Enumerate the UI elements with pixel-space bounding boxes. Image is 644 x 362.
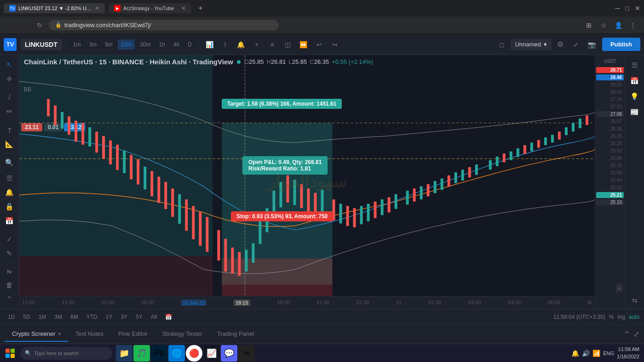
tf-4h[interactable]: 4h	[170, 40, 183, 50]
zoom-tool[interactable]: 🔍	[2, 156, 17, 170]
taskbar-search[interactable]: 🔍 Type here to search	[20, 347, 112, 360]
tf-D[interactable]: D	[184, 40, 195, 50]
chart-type-button[interactable]: 📊	[203, 38, 217, 51]
tab-text-notes[interactable]: Text Notes	[68, 327, 111, 342]
chart-area[interactable]: ChainLink / TetherUS · 15 · BINANCE · He…	[19, 55, 595, 309]
network-icon[interactable]: 🔔	[571, 350, 579, 357]
extensions-button[interactable]: ⊞	[583, 20, 594, 31]
expand-scale-button[interactable]: »	[615, 284, 623, 292]
tf-30m[interactable]: 30m	[137, 40, 154, 50]
measure-tool[interactable]: 📐	[2, 138, 17, 151]
publish-button[interactable]: Publish	[602, 38, 640, 51]
period-5d[interactable]: 5D	[20, 312, 33, 322]
calendar-panel-btn[interactable]: 📅	[627, 74, 642, 88]
pen-tool[interactable]: ✎	[2, 247, 17, 260]
layout-name-button[interactable]: Unnamed ▾	[511, 39, 552, 50]
volume-icon[interactable]: 🔊	[582, 350, 590, 357]
tab1-close[interactable]: ✕	[95, 5, 99, 11]
brush-tool[interactable]: ✏	[2, 105, 17, 118]
text-tool[interactable]: T	[2, 124, 17, 137]
period-1m[interactable]: 1M	[35, 312, 50, 322]
window-minimize[interactable]: ─	[615, 5, 620, 12]
window-close[interactable]: ✕	[635, 5, 640, 12]
check-tool[interactable]: ✓	[2, 233, 17, 246]
redo-button[interactable]: ↪	[328, 38, 342, 51]
tab-crypto-screener[interactable]: Crypto Screener ▾	[5, 327, 68, 342]
calendar-range-btn[interactable]: 📅	[162, 312, 175, 322]
browser-taskbar-icon[interactable]: 🌐	[168, 345, 185, 362]
snapshot-button[interactable]: 📷	[585, 38, 598, 51]
wifi-icon[interactable]: 📶	[592, 350, 600, 357]
spotify-icon[interactable]: 🎵	[133, 345, 150, 362]
period-1y[interactable]: 1Y	[103, 312, 116, 322]
profile-button[interactable]: 👤	[613, 20, 624, 31]
news-panel-btn[interactable]: 📰	[627, 105, 642, 119]
lock-icon: 🔒	[55, 22, 62, 28]
infinity-icon[interactable]: ∞	[238, 345, 255, 362]
bar-style-button[interactable]: ≡	[265, 38, 279, 51]
period-5y[interactable]: 5Y	[132, 312, 146, 322]
tf-5m[interactable]: 5m	[102, 40, 116, 50]
photoshop-icon[interactable]: Ps	[151, 345, 167, 362]
address-bar[interactable]: 🔒 tradingview.com/chart/iKSEwd7j/	[49, 20, 279, 30]
layout-button[interactable]: ◻	[495, 38, 509, 51]
period-all[interactable]: All	[148, 312, 160, 322]
tf-1h[interactable]: 1h	[155, 40, 168, 50]
browser-tab-1[interactable]: TV LINKUSDT 23.12 ▼ -2.82% Unn... ✕	[4, 3, 105, 13]
settings-button[interactable]: ⚙	[553, 38, 567, 51]
tab-strategy-tester[interactable]: Strategy Tester	[155, 327, 210, 342]
add-button[interactable]: ＋	[250, 38, 264, 51]
expand-right-panel[interactable]: ⇆	[630, 295, 639, 306]
period-1d[interactable]: 1D	[5, 312, 18, 322]
refresh-button[interactable]: ↻	[35, 20, 44, 31]
forward-button[interactable]: →	[20, 20, 30, 31]
time-settings-icon[interactable]: ⚙	[587, 300, 592, 306]
tab2-close[interactable]: ✕	[181, 5, 186, 11]
replay-button[interactable]: ⏩	[297, 38, 310, 51]
show-hide-tool[interactable]: ⌃	[2, 293, 17, 306]
watchlist-tool[interactable]: ☰	[2, 171, 17, 185]
start-button[interactable]	[2, 345, 18, 362]
calendar-tool[interactable]: 📅	[2, 215, 17, 228]
ideas-panel-btn[interactable]: 💡	[627, 89, 642, 104]
period-6m[interactable]: 6M	[67, 312, 81, 322]
price-28-46: 28.46	[596, 74, 624, 80]
period-3m[interactable]: 3M	[51, 312, 65, 322]
cursor-tool[interactable]: ↖	[2, 58, 17, 71]
period-ytd[interactable]: YTD	[83, 312, 101, 322]
undo-button[interactable]: ↩	[312, 38, 326, 51]
percent-label[interactable]: %	[609, 314, 614, 320]
back-button[interactable]: ←	[6, 20, 16, 31]
window-maximize[interactable]: □	[626, 5, 629, 12]
bookmark-button[interactable]: ☆	[598, 20, 609, 31]
new-tab-button[interactable]: +	[195, 3, 206, 14]
tray-clock[interactable]: 11:58 AM 1/18/2022	[617, 346, 639, 360]
tab-pine-editor[interactable]: Pine Editor	[111, 327, 155, 342]
chrome-icon[interactable]: 🔴	[186, 345, 202, 362]
lock-tool[interactable]: 🔒	[2, 200, 17, 213]
tradingview-taskbar-icon[interactable]: 📈	[203, 345, 220, 362]
watchlist-panel-btn[interactable]: ☰	[627, 58, 642, 73]
fullscreen-button[interactable]: ⤢	[569, 38, 583, 51]
browser-tab-2[interactable]: ▶ ArzStrategy - YouTube ✕	[109, 3, 191, 13]
alerts-button[interactable]: 🔔	[234, 38, 248, 51]
menu-button[interactable]: ⋮	[627, 20, 638, 31]
tf-1m[interactable]: 1m	[70, 40, 84, 50]
crosshair-tool[interactable]: ✛	[2, 72, 17, 85]
tab-trading-panel[interactable]: Trading Panel	[210, 327, 261, 342]
tf-15m[interactable]: 15m	[118, 40, 135, 50]
tf-3m[interactable]: 3m	[86, 40, 100, 50]
collapse-panel-icon[interactable]: ⌃	[624, 330, 630, 339]
indicators-button[interactable]: ⌇	[218, 38, 232, 51]
file-explorer-icon[interactable]: 📁	[116, 345, 132, 362]
auto-label[interactable]: auto	[629, 314, 639, 320]
alerts-tool[interactable]: 🔔	[2, 186, 17, 199]
symbol-selector[interactable]: LINKUSDT	[20, 39, 62, 50]
log-label[interactable]: log	[618, 314, 625, 320]
compare-button[interactable]: ◫	[281, 38, 295, 51]
discord-icon[interactable]: 💬	[221, 345, 237, 362]
trend-line-tool[interactable]: /	[2, 90, 17, 104]
expand-panel-icon[interactable]: ⤢	[633, 330, 639, 339]
period-3y[interactable]: 3Y	[117, 312, 131, 322]
delete-tool[interactable]: 🗑	[2, 278, 17, 292]
